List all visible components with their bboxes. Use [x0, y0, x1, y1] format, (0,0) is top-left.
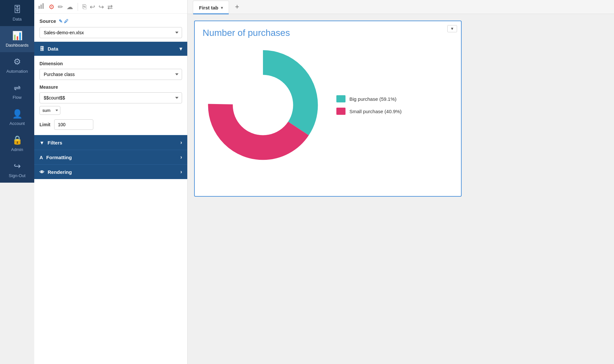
- rendering-label: Rendering: [48, 169, 72, 175]
- data-section-label: Data: [48, 46, 58, 52]
- formatting-chevron: ›: [180, 154, 182, 160]
- toolbar-divider: [78, 3, 78, 11]
- copy-tool-icon[interactable]: ⎘: [83, 3, 86, 10]
- signout-icon: ↪: [14, 161, 21, 171]
- database-icon: 🗄: [13, 5, 22, 15]
- source-select[interactable]: Sales-demo-en.xlsx: [39, 27, 182, 38]
- widget-menu-button[interactable]: ▼: [447, 25, 457, 32]
- measure-label: Measure: [39, 84, 182, 90]
- data-section-header[interactable]: 🗄 Data ▾: [34, 42, 187, 56]
- nav-item-admin[interactable]: 🔒 Admin: [0, 130, 34, 157]
- nav-item-dashboards[interactable]: 📊 Dashboards: [0, 26, 34, 52]
- nav-label-signout: Sign-Out: [9, 173, 25, 178]
- chart-bar-icon: 📊: [12, 31, 23, 41]
- config-panel: ⚙ ✏ ☁ ⎘ ↩ ↪ ⇄ Source ✎ 🖊 Sales-demo-en.x…: [34, 0, 188, 364]
- limit-label: Limit: [39, 122, 50, 127]
- data-content: Dimension Purchase class Measure $$count…: [34, 56, 187, 135]
- nav-label-dashboards: Dashboards: [6, 43, 28, 48]
- source-section: Source ✎ 🖊 Sales-demo-en.xlsx: [34, 14, 187, 42]
- nav-item-automation[interactable]: ⚙ Automation: [0, 52, 34, 78]
- cloud-tool-icon[interactable]: ☁: [67, 3, 73, 11]
- legend-label-big: Big purchase (59.1%): [349, 96, 396, 102]
- nav-item-signout[interactable]: ↪ Sign-Out: [0, 157, 34, 183]
- chart-tool-icon[interactable]: [38, 3, 45, 11]
- add-tab-button[interactable]: +: [230, 0, 244, 14]
- source-edit-icon[interactable]: ✎: [59, 19, 63, 24]
- legend-item-small: Small purchase (40.9%): [336, 108, 402, 115]
- dimension-label: Dimension: [39, 61, 182, 66]
- legend-color-small: [336, 108, 345, 115]
- limit-row: Limit: [39, 119, 182, 130]
- donut-chart: [203, 45, 323, 165]
- tab-dropdown-icon[interactable]: ▾: [221, 6, 223, 10]
- chart-area: Big purchase (59.1%) Small purchase (40.…: [203, 45, 453, 165]
- rendering-chevron: ›: [180, 169, 182, 175]
- tab-bar: First tab ▾ +: [188, 0, 614, 14]
- data-section-chevron: ▾: [179, 46, 182, 52]
- rendering-section-header[interactable]: 👁 Rendering ›: [34, 164, 187, 179]
- data-section-icon: 🗄: [39, 46, 44, 52]
- source-edit-icons: ✎ 🖊: [59, 19, 69, 24]
- chart-legend: Big purchase (59.1%) Small purchase (40.…: [336, 95, 402, 115]
- redo-tool-icon[interactable]: ↪: [99, 3, 104, 11]
- rendering-icon: 👁: [39, 169, 44, 175]
- main-content: First tab ▾ + ▼ Number of purchases: [188, 0, 614, 364]
- tab-first-tab[interactable]: First tab ▾: [193, 1, 229, 14]
- nav-label-flow: Flow: [13, 95, 22, 100]
- formatting-label: Formatting: [46, 155, 72, 160]
- formatting-icon: A: [39, 155, 43, 160]
- legend-item-big: Big purchase (59.1%): [336, 95, 402, 102]
- dashboard-area: ▼ Number of purchases Big purchase (59: [188, 14, 614, 364]
- nav-label-admin: Admin: [11, 147, 23, 152]
- svg-rect-2: [42, 3, 44, 9]
- legend-label-small: Small purchase (40.9%): [349, 109, 402, 114]
- nav-item-account[interactable]: 👤 Account: [0, 104, 34, 130]
- filters-section-header[interactable]: ▼ Filters ›: [34, 135, 187, 150]
- filters-chevron: ›: [180, 140, 182, 145]
- chart-widget: ▼ Number of purchases Big purchase (59: [194, 21, 462, 197]
- legend-color-big: [336, 95, 345, 102]
- swap-tool-icon[interactable]: ⇄: [107, 3, 113, 11]
- nav-label-automation: Automation: [7, 69, 28, 74]
- source-label: Source ✎ 🖊: [39, 18, 182, 24]
- measure-select[interactable]: $$count$$: [39, 92, 182, 103]
- undo-tool-icon[interactable]: ↩: [90, 3, 95, 11]
- brush-tool-icon[interactable]: ✏: [58, 3, 63, 11]
- nav-label-data: Data: [13, 17, 22, 22]
- tab-label-first: First tab: [199, 5, 218, 10]
- nav-item-data[interactable]: 🗄 Data: [0, 0, 34, 26]
- flow-icon: ⇌: [14, 83, 21, 93]
- limit-input[interactable]: [54, 119, 93, 130]
- svg-rect-0: [38, 6, 40, 9]
- chart-title: Number of purchases: [203, 28, 453, 38]
- person-icon: 👤: [12, 109, 23, 119]
- gear-cog-icon: ⚙: [13, 57, 21, 67]
- svg-point-5: [233, 75, 293, 135]
- aggregation-select[interactable]: sumavgminmaxcount: [39, 106, 60, 115]
- left-nav: 🗄 Data 📊 Dashboards ⚙ Automation ⇌ Flow …: [0, 0, 34, 364]
- nav-label-account: Account: [9, 121, 25, 126]
- nav-item-flow[interactable]: ⇌ Flow: [0, 78, 34, 104]
- lock-icon: 🔒: [12, 135, 23, 145]
- panel-toolbar: ⚙ ✏ ☁ ⎘ ↩ ↪ ⇄: [34, 0, 187, 14]
- dimension-select[interactable]: Purchase class: [39, 69, 182, 80]
- filters-label: Filters: [48, 140, 62, 145]
- gear-tool-icon[interactable]: ⚙: [49, 3, 54, 11]
- svg-rect-1: [40, 5, 42, 9]
- source-wand-icon[interactable]: 🖊: [64, 19, 69, 24]
- formatting-section-header[interactable]: A Formatting ›: [34, 150, 187, 164]
- filters-icon: ▼: [39, 140, 44, 145]
